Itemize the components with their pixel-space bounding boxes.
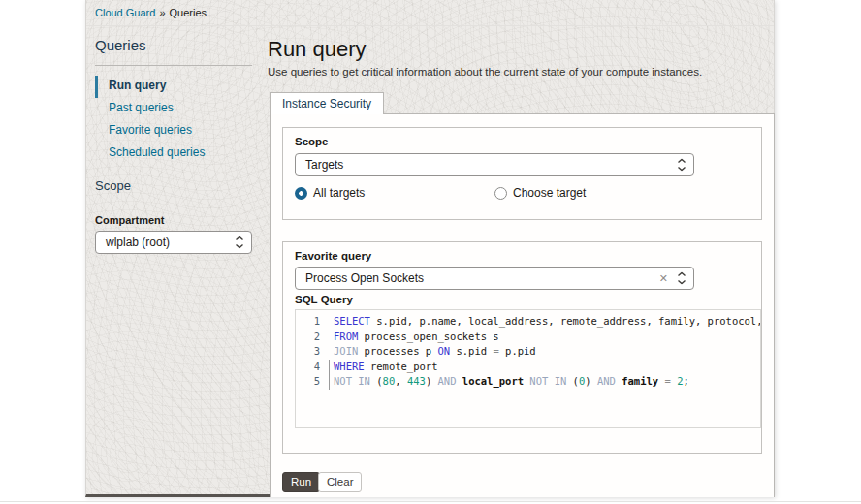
sidebar-item-scheduled-queries[interactable]: Scheduled queries — [95, 142, 252, 165]
sql-editor-lines: 1SELECT s.pid, p.name, local_address, re… — [296, 314, 760, 390]
sidebar-scope-divider — [95, 205, 252, 205]
screenshot-root: Cloud Guard»Queries Queries Run query Pa… — [0, 0, 861, 504]
line-number: 5 — [296, 374, 329, 390]
page-bottom-divider — [0, 501, 861, 502]
breadcrumb: Cloud Guard»Queries — [95, 7, 207, 18]
scope-select[interactable]: Targets — [295, 153, 694, 176]
select-spinner-icon — [677, 272, 686, 285]
scope-section: Scope Targets All targets Choose target — [282, 127, 762, 220]
scope-select-value: Targets — [305, 158, 343, 172]
sql-code: SELECT s.pid, p.name, local_address, rem… — [329, 314, 761, 330]
sql-code: WHERE remote_port — [329, 360, 437, 375]
line-number: 1 — [296, 314, 329, 330]
select-spinner-icon — [235, 236, 244, 249]
sql-code: JOIN processes p ON s.pid = p.pid — [329, 344, 536, 360]
sidebar-item-favorite-queries[interactable]: Favorite queries — [95, 120, 252, 142]
radio-choose-target[interactable]: Choose target — [494, 186, 586, 200]
clear-selection-icon[interactable]: ✕ — [659, 272, 668, 285]
tab-instance-security[interactable]: Instance Security — [270, 92, 384, 114]
page-subtitle: Use queries to get critical information … — [268, 66, 702, 78]
select-spinner-icon — [677, 159, 686, 172]
sidebar-item-past-queries[interactable]: Past queries — [95, 98, 252, 120]
radio-choose-target-label: Choose target — [513, 186, 586, 200]
sidebar-item-run-query[interactable]: Run query — [95, 76, 252, 98]
breadcrumb-current: Queries — [170, 7, 207, 18]
sidebar: Queries Run query Past queries Favorite … — [95, 37, 252, 254]
line-number: 4 — [296, 360, 329, 375]
sql-line: 1SELECT s.pid, p.name, local_address, re… — [296, 314, 760, 330]
favorite-query-label: Favorite query — [295, 250, 371, 262]
breadcrumb-bar: Cloud Guard»Queries — [86, 0, 774, 26]
radio-selected-icon — [295, 187, 307, 200]
sidebar-title: Queries — [95, 37, 252, 53]
sql-line: 5NOT IN (80, 443) AND local_port NOT IN … — [296, 374, 760, 390]
sidebar-nav: Run query Past queries Favorite queries … — [95, 76, 252, 165]
scope-label: Scope — [295, 136, 329, 147]
radio-all-targets[interactable]: All targets — [295, 186, 365, 200]
sql-code: NOT IN (80, 443) AND local_port NOT IN (… — [329, 374, 689, 390]
radio-all-targets-label: All targets — [313, 186, 365, 200]
sql-line: 4WHERE remote_port — [296, 360, 760, 375]
compartment-select-value: wlplab (root) — [106, 236, 170, 249]
sql-query-label: SQL Query — [295, 294, 353, 305]
sidebar-divider — [95, 65, 252, 66]
line-number: 2 — [296, 330, 329, 345]
breadcrumb-link-cloud-guard[interactable]: Cloud Guard — [95, 7, 155, 18]
sql-code: FROM process_open_sockets s — [329, 330, 499, 345]
radio-unselected-icon — [494, 187, 507, 200]
tab-panel: Scope Targets All targets Choose target — [270, 113, 775, 497]
compartment-select[interactable]: wlplab (root) — [95, 231, 252, 254]
favorite-query-select[interactable]: Process Open Sockets ✕ — [295, 267, 694, 290]
cloud-guard-queries-page: Cloud Guard»Queries Queries Run query Pa… — [85, 0, 775, 497]
sidebar-scope-title: Scope — [95, 178, 252, 193]
line-number: 3 — [296, 344, 329, 360]
query-section: Favorite query Process Open Sockets ✕ SQ… — [282, 241, 762, 454]
favorite-query-value: Process Open Sockets — [305, 271, 424, 285]
run-button[interactable]: Run — [282, 472, 320, 492]
breadcrumb-separator-icon: » — [159, 7, 165, 18]
compartment-label: Compartment — [95, 214, 252, 226]
sql-line: 3JOIN processes p ON s.pid = p.pid — [296, 344, 760, 360]
sql-line: 2FROM process_open_sockets s — [296, 330, 760, 345]
clear-button[interactable]: Clear — [318, 472, 362, 492]
page-title: Run query — [268, 37, 367, 62]
sql-editor[interactable]: 1SELECT s.pid, p.name, local_address, re… — [295, 309, 761, 428]
